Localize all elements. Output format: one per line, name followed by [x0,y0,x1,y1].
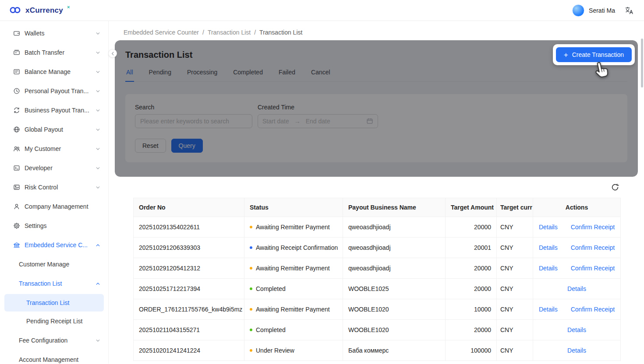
sidebar-item-label: Account Management [19,356,100,363]
sidebar-item-customer-manage[interactable]: Customer Manage [0,255,108,274]
col-header-order-no: Order No [134,198,244,217]
details-link[interactable]: Details [567,346,586,354]
sidebar-item-fee-configuration[interactable]: Fee Configuration [0,331,108,350]
confirm-receipt-link[interactable]: Confirm Receipt [571,305,615,313]
target-currency-cell: CNY [497,217,533,238]
sidebar-item-balance-manage[interactable]: Balance Manage [0,62,108,81]
details-link[interactable]: Details [539,305,558,313]
status-cell: Awaiting Remitter Payment [244,299,343,320]
order-no-cell: 202510201241241224 [134,340,244,361]
status-dot [250,329,252,331]
sidebar-item-label: Settings [25,222,100,229]
col-header-business-name: Payout Business Name [343,198,446,217]
sidebar-item-risk-control[interactable]: Risk Control [0,178,108,197]
sidebar-item-batch-transfer[interactable]: Batch Transfer [0,43,108,62]
sidebar-item-company-management[interactable]: Company Management [0,197,108,216]
logo-mark: × [67,4,70,10]
sidebar-item-embedded-service-counter[interactable]: Embedded Service C... [0,235,108,255]
sidebar-item-personal-payout[interactable]: Personal Payout Tran... [0,81,108,101]
chevron-down-icon [96,127,100,132]
sidebar-item-label: Embedded Service C... [25,242,91,248]
sidebar-item-label: Transaction List [19,280,96,287]
business-name-cell: Баба коммерс [343,340,446,361]
status-cell: Under Review [244,340,343,361]
chevron-down-icon [96,185,100,190]
chevron-down-icon [96,108,100,113]
breadcrumb-item[interactable]: Embedded Service Counter [124,29,199,36]
create-transaction-button[interactable]: + Create Transaction [556,47,632,62]
status-dot [250,246,252,249]
app-logo: xCurrency × [9,6,70,15]
breadcrumb: Embedded Service Counter / Transaction L… [124,28,644,37]
main-content: Embedded Service Counter / Transaction L… [109,21,644,364]
table-header-row: Order No Status Payout Business Name Tar… [134,198,621,217]
target-amount-cell: 20000 [446,217,497,238]
details-link[interactable]: Details [567,326,586,334]
user-menu[interactable]: Serati Ma [572,4,615,17]
chevron-down-icon [96,70,100,74]
chevron-down-icon [96,166,100,171]
details-link[interactable]: Details [567,285,586,293]
confirm-receipt-link[interactable]: Confirm Receipt [571,223,615,231]
status-label: Completed [256,285,286,293]
breadcrumb-item[interactable]: Transaction List [208,29,251,36]
business-name-cell: qweoasdhjioadj [343,217,446,238]
table-toolbar [133,177,621,198]
status-label: Completed [256,326,286,334]
table-row: 202510291354022611 Awaiting Remitter Pay… [134,217,621,238]
breadcrumb-separator: / [202,29,204,36]
sidebar-item-wallets[interactable]: Wallets [0,24,108,43]
table-row: 202510291206339303 Awaiting Receipt Conf… [134,238,621,258]
order-no-cell: 202510291205412312 [134,258,244,279]
target-currency-cell: CNY [497,320,533,340]
table-row: ORDER_1761211755766_kw4b9i5mz Awaiting R… [134,299,621,320]
refresh-icon[interactable] [611,183,619,191]
translate-icon[interactable] [625,6,633,15]
top-bar: xCurrency × Serati Ma [0,0,644,21]
global-payout-icon [13,126,20,133]
sidebar-item-developer[interactable]: Developer [0,158,108,178]
col-header-target-amount: Target Amount [446,198,497,217]
actions-cell: Details [533,279,621,299]
table-area: Order No Status Payout Business Name Tar… [133,177,621,361]
sidebar-item-label: Batch Transfer [25,49,91,56]
target-amount-cell: 20000 [446,320,497,340]
actions-cell: Details [533,340,621,361]
sidebar-item-account-management[interactable]: Account Management [0,350,108,364]
sidebar-item-transaction-list[interactable]: Transaction List [4,294,104,312]
chevron-up-icon [96,243,100,248]
details-link[interactable]: Details [539,223,558,231]
plus-icon: + [564,51,568,59]
status-dot [250,308,252,311]
col-header-status: Status [244,198,343,217]
sidebar-item-global-payout[interactable]: Global Payout [0,120,108,139]
sidebar-item-transaction-list-group[interactable]: Transaction List [0,274,108,293]
status-cell: Awaiting Receipt Confirmation [244,238,343,258]
collapse-sidebar-button[interactable] [108,49,117,58]
target-amount-cell: 20000 [446,279,497,299]
target-currency-cell: CNY [497,299,533,320]
confirm-receipt-link[interactable]: Confirm Receipt [571,264,615,272]
details-link[interactable]: Details [539,244,558,252]
sidebar-item-pending-receipt-list[interactable]: Pending Receipt List [4,312,104,330]
scrollbar[interactable] [641,38,643,88]
chevron-up-icon [96,281,100,286]
tour-spotlight: + Create Transaction [553,44,635,65]
sidebar-item-settings[interactable]: Settings [0,216,108,235]
sidebar-item-label: Wallets [25,30,91,37]
status-label: Awaiting Remitter Payment [256,305,330,313]
sidebar-item-business-payout[interactable]: Business Payout Tran... [0,101,108,120]
sidebar-item-label: Customer Manage [19,261,100,268]
table-row: 202510201241241224 Under Review Баба ком… [134,340,621,361]
settings-icon [13,222,20,229]
status-label: Awaiting Remitter Payment [256,264,330,272]
business-name-cell: WOOBLE1025 [343,279,446,299]
sidebar-item-label: Balance Manage [25,68,91,75]
actions-cell: Details [533,320,621,340]
sidebar-item-label: Company Management [25,203,100,210]
app-layout: Wallets Batch Transfer Balance Manage Pe… [0,21,644,364]
sidebar-item-my-customer[interactable]: My Customer [0,139,108,158]
details-link[interactable]: Details [539,264,558,272]
confirm-receipt-link[interactable]: Confirm Receipt [571,244,615,252]
business-payout-icon [13,107,20,114]
